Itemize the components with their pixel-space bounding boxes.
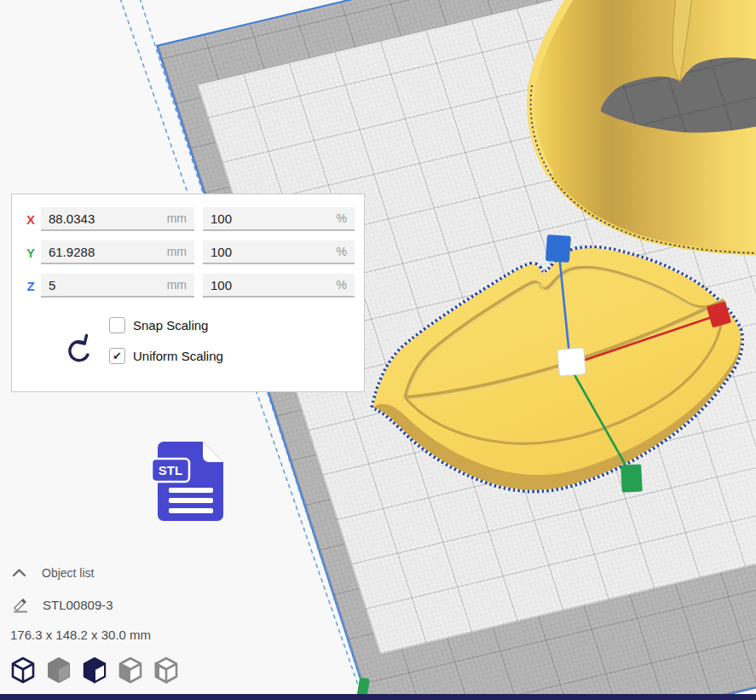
scale-y-mm-input[interactable]: 61.9288 mm: [41, 240, 194, 264]
scale-row-x: X 88.0343 mm 100 %: [22, 207, 364, 231]
stl-file-icon: STL: [150, 438, 232, 524]
view-right-icon[interactable]: [153, 657, 179, 684]
object-list-header[interactable]: Object list: [12, 566, 94, 580]
object-list-item[interactable]: STL00809-3: [12, 597, 113, 613]
axis-x-label: X: [22, 212, 39, 227]
percent-unit-label: %: [337, 278, 347, 292]
uniform-scaling-row: ✔ Uniform Scaling: [109, 346, 364, 365]
reset-scale-button[interactable]: [60, 331, 97, 373]
scale-x-mm-input[interactable]: 88.0343 mm: [41, 207, 194, 231]
mm-unit-label: mm: [167, 278, 187, 292]
percent-unit-label: %: [337, 245, 347, 258]
axis-z-label: Z: [22, 279, 39, 293]
view-top-icon[interactable]: [82, 657, 107, 684]
chevron-up-icon: [12, 568, 26, 578]
scale-x-percent-input[interactable]: 100 %: [203, 207, 355, 231]
scale-handle-z-icon[interactable]: [545, 234, 571, 263]
scale-z-percent-input[interactable]: 100 %: [203, 274, 355, 298]
snap-scaling-checkbox[interactable]: [109, 317, 125, 333]
view-front-icon[interactable]: [46, 657, 72, 684]
object-name: STL00809-3: [43, 598, 113, 612]
snap-scaling-row: Snap Scaling: [109, 315, 364, 334]
percent-unit-label: %: [337, 211, 347, 225]
slicer-viewport: X 88.0343 mm 100 % Y 61.9288 mm 100 % Z: [0, 0, 756, 700]
svg-text:STL: STL: [159, 463, 182, 477]
view-orientation-toolbar: [10, 657, 179, 684]
reset-icon: [61, 332, 95, 371]
view-left-icon[interactable]: [118, 657, 143, 684]
scale-handle-y-icon[interactable]: [620, 464, 643, 492]
pencil-icon: [12, 597, 29, 613]
lips-model[interactable]: [373, 248, 741, 489]
scale-z-mm-input[interactable]: 5 mm: [41, 274, 194, 298]
object-dimensions: 176.3 x 148.2 x 30.0 mm: [10, 628, 151, 642]
heart-model[interactable]: [531, 0, 756, 253]
scale-row-y: Y 61.9288 mm 100 %: [22, 240, 364, 264]
bottom-bar: [0, 694, 756, 700]
axis-y-label: Y: [22, 246, 39, 260]
mm-unit-label: mm: [167, 211, 187, 225]
scale-y-percent-input[interactable]: 100 %: [203, 240, 355, 264]
scale-handle-center-icon[interactable]: [557, 348, 586, 377]
scale-tool-panel: X 88.0343 mm 100 % Y 61.9288 mm 100 % Z: [11, 194, 365, 392]
uniform-scaling-checkbox[interactable]: ✔: [109, 348, 125, 364]
mm-unit-label: mm: [167, 245, 187, 258]
scale-row-z: Z 5 mm 100 %: [22, 274, 364, 298]
view-3d-icon[interactable]: [10, 657, 36, 684]
